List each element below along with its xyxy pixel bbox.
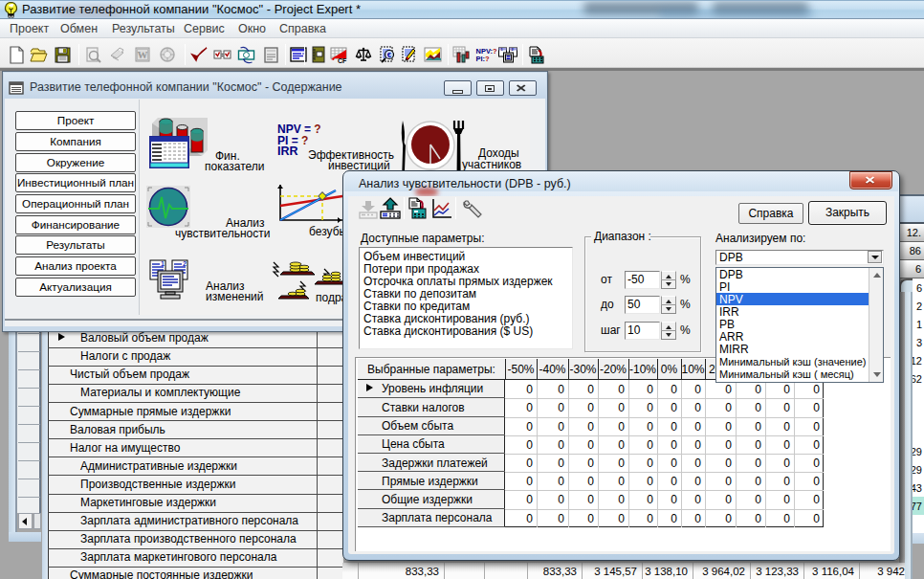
svg-text:1: 1 xyxy=(161,260,165,267)
svg-text:CF: CF xyxy=(338,57,347,64)
svg-text:2: 2 xyxy=(183,260,187,267)
svg-text:€: € xyxy=(387,51,392,59)
svg-text:W: W xyxy=(138,49,148,60)
svg-text:PI:?: PI:? xyxy=(476,55,491,63)
